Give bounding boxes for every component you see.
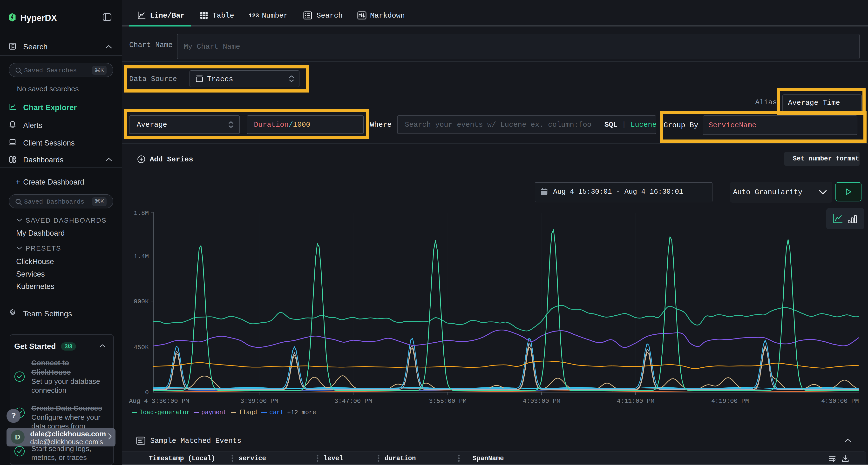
svg-text:900K: 900K [134, 298, 149, 305]
svg-text:flagd: flagd [239, 409, 257, 416]
svg-text:450K: 450K [134, 344, 149, 351]
svg-text:Aug 4 3:30:00 PM: Aug 4 3:30:00 PM [129, 398, 189, 405]
svg-text:3:39:00 PM: 3:39:00 PM [240, 398, 278, 405]
svg-text:0: 0 [145, 389, 149, 396]
svg-text:4:03:00 PM: 4:03:00 PM [523, 398, 560, 405]
svg-text:3:47:00 PM: 3:47:00 PM [334, 398, 372, 405]
svg-text:3:55:00 PM: 3:55:00 PM [429, 398, 467, 405]
svg-text:4:19:00 PM: 4:19:00 PM [711, 398, 749, 405]
svg-text:1.8M: 1.8M [134, 210, 149, 217]
svg-text:load-generator: load-generator [140, 409, 190, 416]
svg-text:1.4M: 1.4M [134, 253, 149, 260]
svg-text:4:30:00 PM: 4:30:00 PM [821, 398, 859, 405]
svg-text:payment: payment [201, 409, 227, 416]
svg-text:cart: cart [269, 409, 284, 416]
svg-text:+12 more: +12 more [287, 409, 316, 416]
svg-text:4:11:00 PM: 4:11:00 PM [617, 398, 654, 405]
